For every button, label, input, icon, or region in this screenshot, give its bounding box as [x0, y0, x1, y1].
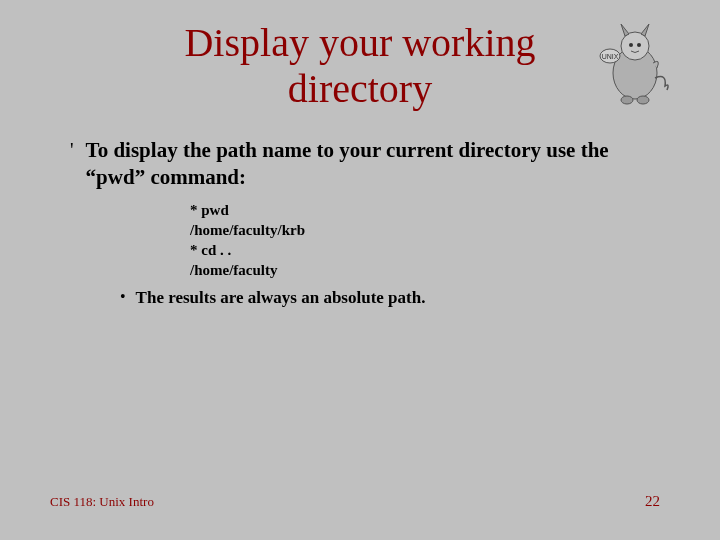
bullet-marker: ' — [70, 137, 74, 163]
code-line: /home/faculty/krb — [190, 220, 670, 240]
sub-bullet-text: The results are always an absolute path. — [136, 287, 426, 309]
svg-point-6 — [621, 96, 633, 104]
svg-point-4 — [629, 43, 633, 47]
mascot-image: UNIX — [595, 18, 675, 108]
sub-bullet-marker: • — [120, 287, 126, 308]
code-block: * pwd /home/faculty/krb * cd . . /home/f… — [190, 200, 670, 281]
footer: CIS 118: Unix Intro 22 — [50, 493, 660, 510]
main-bullet-text: To display the path name to your current… — [86, 137, 670, 192]
main-bullet: ' To display the path name to your curre… — [70, 137, 670, 192]
slide-title: Display your working directory — [120, 20, 600, 112]
svg-point-5 — [637, 43, 641, 47]
svg-text:UNIX: UNIX — [602, 53, 619, 60]
footer-course: CIS 118: Unix Intro — [50, 494, 154, 510]
code-line: * pwd — [190, 200, 670, 220]
page-number: 22 — [645, 493, 660, 510]
sub-bullet: • The results are always an absolute pat… — [120, 287, 670, 309]
svg-point-7 — [637, 96, 649, 104]
slide: UNIX Display your working directory ' To… — [0, 0, 720, 540]
content-area: ' To display the path name to your curre… — [70, 137, 670, 309]
code-line: /home/faculty — [190, 260, 670, 280]
code-line: * cd . . — [190, 240, 670, 260]
